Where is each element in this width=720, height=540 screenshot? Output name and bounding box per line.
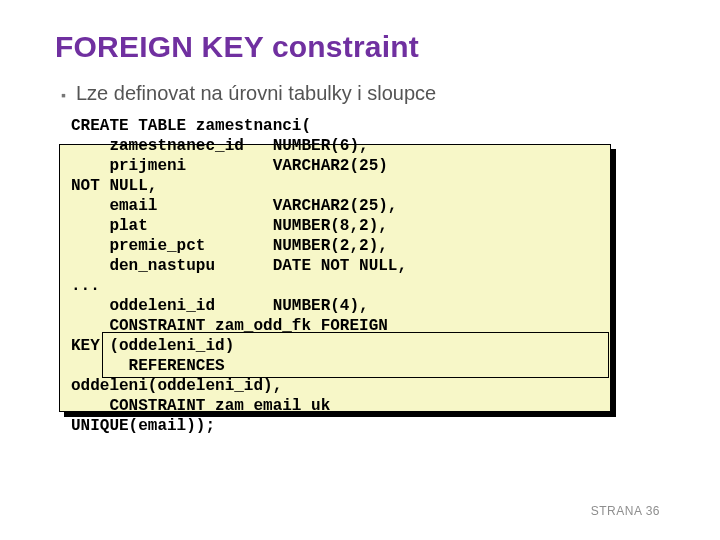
emphasis-outline xyxy=(102,332,609,378)
slide-footer: STRANA 36 xyxy=(591,504,660,518)
code-line: zamestnanec_id NUMBER(6), xyxy=(71,137,369,155)
bullet-item: ▪ Lze definovat na úrovni tabulky i slou… xyxy=(55,82,665,106)
code-line: CREATE TABLE zamestnanci( xyxy=(71,117,311,135)
code-line: den_nastupu DATE NOT NULL, xyxy=(71,257,407,275)
bullet-marker-icon: ▪ xyxy=(61,84,66,106)
code-line: oddeleni_id NUMBER(4), xyxy=(71,297,369,315)
code-line: premie_pct NUMBER(2,2), xyxy=(71,237,388,255)
code-line: NOT NULL, xyxy=(71,177,157,195)
code-line: prijmeni VARCHAR2(25) xyxy=(71,157,388,175)
bullet-text: Lze definovat na úrovni tabulky i sloupc… xyxy=(76,82,436,105)
page-title: FOREIGN KEY constraint xyxy=(55,30,665,64)
code-line: CONSTRAINT zam_email_uk xyxy=(71,397,330,415)
code-line: oddeleni(oddeleni_id), xyxy=(71,377,282,395)
footer-label: STRANA xyxy=(591,504,642,518)
code-line: UNIQUE(email)); xyxy=(71,417,215,435)
code-line: ... xyxy=(71,277,100,295)
code-line: email VARCHAR2(25), xyxy=(71,197,397,215)
footer-page-number: 36 xyxy=(646,504,660,518)
code-text: CREATE TABLE zamestnanci( zamestnanec_id… xyxy=(71,116,407,436)
code-line: plat NUMBER(8,2), xyxy=(71,217,388,235)
slide: FOREIGN KEY constraint ▪ Lze definovat n… xyxy=(0,0,720,540)
